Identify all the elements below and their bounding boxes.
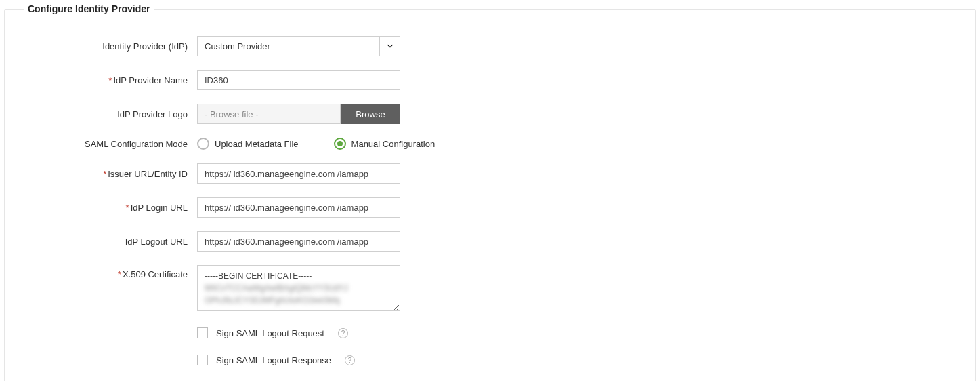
- radio-manual-configuration[interactable]: Manual Configuration: [334, 138, 435, 150]
- login-url-input[interactable]: [197, 197, 400, 218]
- issuer-url-input[interactable]: [197, 163, 400, 184]
- label-x509: *X.509 Certificate: [21, 265, 197, 279]
- radio-upload-metadata[interactable]: Upload Metadata File: [197, 138, 299, 150]
- idp-select[interactable]: Custom Provider: [197, 36, 400, 56]
- required-indicator: *: [103, 169, 106, 179]
- required-indicator: *: [118, 269, 121, 279]
- cert-begin-line: -----BEGIN CERTIFICATE-----: [205, 270, 386, 282]
- browse-button[interactable]: Browse: [341, 104, 400, 124]
- required-indicator: *: [126, 203, 129, 213]
- radio-icon: [334, 138, 346, 150]
- label-login-url: *IdP Login URL: [21, 203, 197, 213]
- label-idp-name: *IdP Provider Name: [21, 75, 197, 85]
- row-issuer-url: *Issuer URL/Entity ID: [21, 163, 959, 184]
- row-logout-url: IdP Logout URL: [21, 231, 959, 252]
- row-sign-logout-request: Sign SAML Logout Request ?: [197, 327, 959, 338]
- required-indicator: *: [108, 75, 112, 85]
- row-sign-logout-response: Sign SAML Logout Response ?: [197, 355, 959, 365]
- radio-icon: [197, 138, 209, 150]
- label-issuer-url: *Issuer URL/Entity ID: [21, 169, 197, 179]
- row-idp-logo: IdP Provider Logo - Browse file - Browse: [21, 104, 959, 124]
- row-idp-name: *IdP Provider Name: [21, 70, 959, 90]
- idp-name-input[interactable]: [197, 70, 400, 90]
- label-saml-mode: SAML Configuration Mode: [21, 139, 197, 149]
- label-idp: Identity Provider (IdP): [21, 41, 197, 52]
- file-browse: - Browse file - Browse: [197, 104, 400, 124]
- row-idp: Identity Provider (IdP) Custom Provider: [21, 36, 959, 56]
- section-title: Configure Identity Provider: [24, 3, 154, 14]
- help-icon[interactable]: ?: [338, 328, 348, 338]
- cert-redacted-line: MIICvTCCAaWgAwIBAgIQMcYY3UdYJ: [205, 282, 386, 294]
- checkbox-sign-logout-response[interactable]: [197, 355, 208, 365]
- row-saml-mode: SAML Configuration Mode Upload Metadata …: [21, 138, 959, 150]
- file-browse-placeholder: - Browse file -: [197, 104, 341, 124]
- label-sign-logout-request: Sign SAML Logout Request: [216, 328, 324, 338]
- label-logout-url: IdP Logout URL: [21, 237, 197, 247]
- label-idp-logo: IdP Provider Logo: [21, 109, 197, 119]
- checkbox-sign-logout-request[interactable]: [197, 327, 208, 338]
- cert-redacted-line: OPhJ9zJCY3DJMFghUtoKO2eeI3kfq: [205, 294, 386, 306]
- idp-select-value[interactable]: Custom Provider: [197, 36, 380, 56]
- radio-upload-label: Upload Metadata File: [215, 139, 299, 149]
- configure-idp-fieldset: Configure Identity Provider Identity Pro…: [4, 9, 976, 381]
- row-x509: *X.509 Certificate -----BEGIN CERTIFICAT…: [21, 265, 959, 311]
- x509-certificate-textarea[interactable]: -----BEGIN CERTIFICATE----- MIICvTCCAaWg…: [197, 265, 400, 311]
- label-sign-logout-response: Sign SAML Logout Response: [216, 355, 331, 365]
- logout-url-input[interactable]: [197, 231, 400, 252]
- row-login-url: *IdP Login URL: [21, 197, 959, 218]
- chevron-down-icon: [385, 41, 395, 51]
- help-icon[interactable]: ?: [345, 355, 355, 365]
- idp-select-caret[interactable]: [380, 36, 400, 56]
- radio-manual-label: Manual Configuration: [351, 139, 435, 149]
